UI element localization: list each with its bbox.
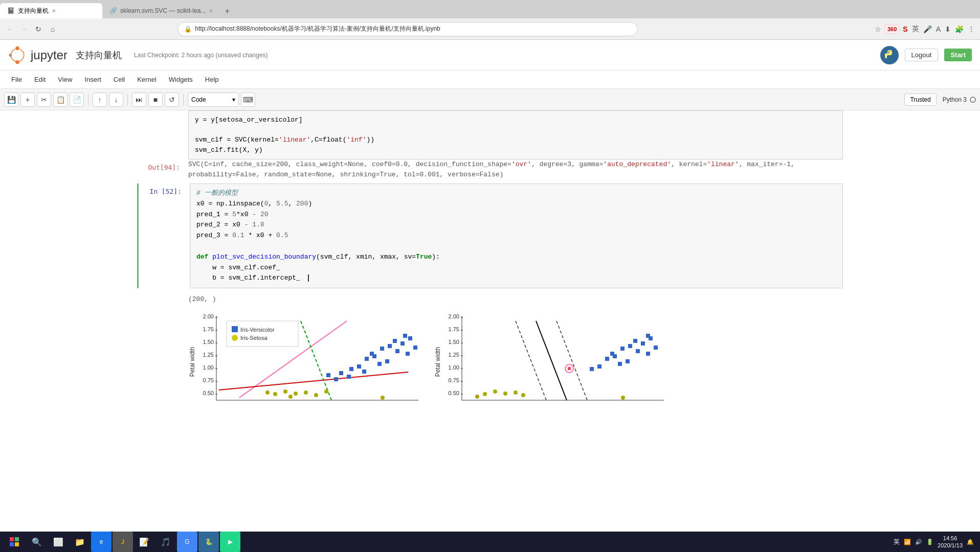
notebook-container[interactable]: y = y[setosa_or_versicolor] svm_clf = SV… [0, 110, 980, 552]
move-down-button[interactable]: ↓ [109, 93, 123, 107]
cell52-input[interactable]: # 一般的模型 x0 = np.linspace(0, 5.5, 200) pr… [190, 183, 843, 288]
right-chart-svg: 2.00 1.75 1.50 1.25 1.00 0.75 0.50 [434, 311, 669, 413]
menu-insert[interactable]: Insert [79, 74, 106, 85]
bookmark-icon[interactable]: ☆ [874, 24, 882, 34]
output-52-area: (200, ) [137, 292, 843, 307]
svg-rect-34 [380, 347, 384, 351]
task-view-icon[interactable]: ⬜ [48, 532, 69, 552]
svg-rect-105 [15, 537, 19, 541]
tab2-close-btn[interactable]: ✕ [209, 8, 213, 14]
svg-text:1.00: 1.00 [449, 364, 459, 371]
out52-text: (200, ) [188, 292, 843, 307]
network-icon: 📶 [904, 539, 911, 545]
svg-rect-21 [227, 321, 298, 347]
svg-rect-48 [334, 377, 338, 381]
forward-button[interactable]: → [18, 24, 30, 35]
svg-rect-40 [377, 362, 382, 366]
move-up-button[interactable]: ↑ [93, 93, 107, 107]
menu-kernel[interactable]: Kernel [132, 74, 162, 85]
prev-cell-content: y = y[setosa_or_versicolor] svm_clf = SV… [188, 110, 843, 159]
python-logo-svg [883, 49, 896, 61]
back-button[interactable]: ← [4, 24, 15, 35]
menu-edit[interactable]: Edit [29, 74, 51, 85]
tab-close-btn[interactable]: ✕ [52, 8, 56, 14]
cut-button[interactable]: ✂ [37, 93, 51, 107]
stop-button[interactable]: ■ [148, 93, 163, 107]
search-taskbar-icon[interactable]: 🔍 [27, 532, 47, 552]
notebook-title[interactable]: 支持向量机 [76, 49, 122, 61]
python-taskbar-icon[interactable]: 🐍 [198, 532, 219, 552]
svg-rect-86 [646, 352, 650, 356]
out52-content: (200, ) [188, 292, 843, 307]
new-tab-button[interactable]: + [220, 4, 234, 18]
svg-rect-90 [618, 362, 622, 366]
address-box[interactable]: 🔒 http://localhost:8888/notebooks/机器学习/机… [177, 22, 638, 36]
taskbar: 🔍 ⬜ 📁 e J 📝 🎵 G 🐍 ▶ 英 📶 🔊 🔋 14:56 2020/1… [0, 532, 980, 552]
svg-line-27 [219, 372, 408, 390]
skip-button[interactable]: ⏭ [132, 93, 146, 107]
download-icon[interactable]: ⬇ [944, 24, 952, 34]
svg-rect-79 [633, 339, 637, 343]
vscode-icon[interactable]: 📝 [134, 532, 154, 552]
start-menu-button[interactable] [2, 532, 27, 552]
add-cell-button[interactable]: + [20, 93, 35, 107]
menu-view[interactable]: View [53, 74, 77, 85]
refresh-button[interactable]: ↻ [33, 24, 44, 35]
svg-rect-37 [413, 346, 417, 350]
save-button[interactable]: 💾 [4, 93, 18, 107]
svg-point-2 [9, 54, 12, 57]
cell52-code[interactable]: # 一般的模型 x0 = np.linspace(0, 5.5, 200) pr… [190, 184, 842, 288]
trusted-button[interactable]: Trusted [904, 94, 936, 106]
header-right: Logout Start [880, 46, 972, 64]
mic-icon[interactable]: 🎤 [922, 24, 933, 34]
svg-rect-92 [610, 352, 614, 356]
tab-active[interactable]: 📓 支持向量机 ✕ [0, 3, 102, 18]
tab-inactive[interactable]: 🔗 sklearn.svm.SVC — scikit-lea... ✕ [102, 3, 220, 18]
svg-point-103 [621, 396, 625, 400]
svg-text:Petal width: Petal width [189, 347, 196, 377]
svg-point-99 [503, 392, 507, 396]
lang-icon: 英 [911, 24, 920, 35]
copy-button[interactable]: 📋 [53, 93, 68, 107]
prev-code-block[interactable]: y = y[setosa_or_versicolor] svm_clf = SV… [188, 110, 843, 159]
menu-bar: File Edit View Insert Cell Kernel Widget… [0, 71, 980, 89]
restart-button[interactable]: ↺ [165, 93, 179, 107]
extensions-icon[interactable]: 🧩 [954, 24, 965, 34]
out94-prompt: Out[94]: [137, 159, 188, 179]
cell-type-selector[interactable]: Code ▾ [188, 93, 239, 107]
svg-rect-80 [641, 341, 645, 346]
jupyter-taskbar-icon[interactable]: J [113, 532, 133, 552]
menu-cell[interactable]: Cell [108, 74, 130, 85]
logout-button[interactable]: Logout [905, 49, 939, 61]
svg-point-56 [265, 390, 270, 395]
svg-rect-43 [357, 364, 361, 369]
svg-text:1.50: 1.50 [449, 339, 459, 345]
explorer-icon[interactable]: 📁 [70, 532, 90, 552]
svg-point-54 [314, 393, 318, 397]
right-chart-container: 2.00 1.75 1.50 1.25 1.00 0.75 0.50 [434, 311, 669, 415]
pycharm-icon[interactable]: ▶ [220, 532, 240, 552]
keyboard-shortcut-button[interactable]: ⌨ [241, 93, 255, 107]
edge-icon[interactable]: e [91, 532, 112, 552]
svg-rect-41 [385, 359, 389, 363]
browser-taskbar-icon[interactable]: G [177, 532, 197, 552]
svg-line-78 [556, 321, 587, 400]
svg-point-57 [288, 395, 293, 399]
notification-icon[interactable]: 🔔 [967, 539, 974, 545]
tab2-label: sklearn.svm.SVC — scikit-lea... [120, 7, 206, 14]
svg-point-3 [11, 49, 24, 61]
prev-code-cell: y = y[setosa_or_versicolor] svm_clf = SV… [137, 110, 843, 159]
start-button[interactable]: Start [944, 49, 972, 61]
translate-icon[interactable]: A [935, 24, 942, 34]
media-icon[interactable]: 🎵 [155, 532, 176, 552]
separator1 [88, 94, 88, 106]
menu-help[interactable]: Help [200, 74, 224, 85]
home-button[interactable]: ⌂ [47, 24, 58, 35]
left-chart-svg: 2.00 1.75 1.50 1.25 1.00 0.75 0.50 [188, 311, 424, 413]
svg-line-28 [301, 321, 331, 400]
menu-widgets[interactable]: Widgets [164, 74, 198, 85]
svg-point-24 [232, 335, 238, 341]
paste-button[interactable]: 📄 [70, 93, 84, 107]
menu-file[interactable]: File [6, 74, 27, 85]
menu-dots[interactable]: ⋮ [967, 24, 976, 34]
